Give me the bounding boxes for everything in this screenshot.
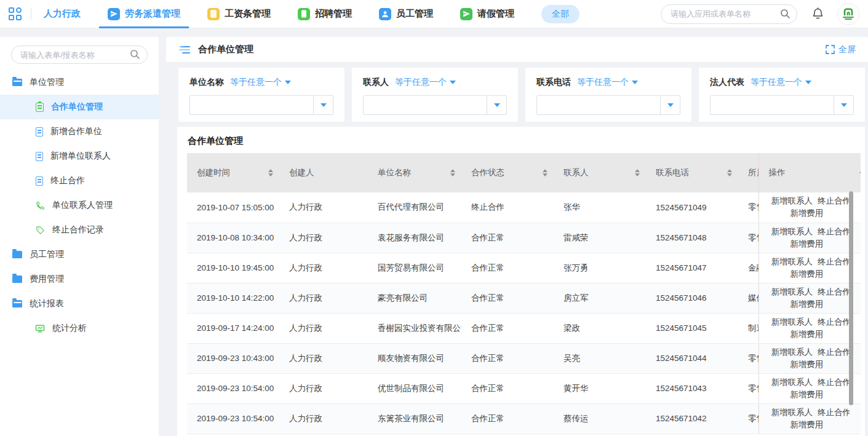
action-terminate-cooperation-link[interactable]: 终止合作 xyxy=(818,378,850,387)
sidebar-item-6[interactable]: 终止合作记录 xyxy=(0,218,159,242)
cell-company-name: 豪亮有限公司 xyxy=(368,283,461,313)
sidebar-item-10[interactable]: 统计分析 xyxy=(0,316,159,341)
cell-created-at: 2019-09-23 10:54:00 xyxy=(187,403,279,434)
cell-created-at: 2019-09-17 14:24:00 xyxy=(187,313,279,343)
select-caret[interactable] xyxy=(487,96,506,114)
action-add-fee-link[interactable]: 新增费用 xyxy=(790,330,823,339)
filter-label: 联系电话 xyxy=(536,77,571,88)
topnav-item-5[interactable]: 请假管理 xyxy=(460,0,514,28)
cell-phone: 15245671046 xyxy=(646,283,738,313)
user-avatar-logo[interactable] xyxy=(837,3,859,25)
action-add-contact-link[interactable]: 新增联系人 xyxy=(771,408,813,417)
sidebar-folder-8[interactable]: 费用管理 xyxy=(0,267,159,291)
filter-operator-text: 等于任意一个 xyxy=(577,77,629,88)
topnav-item-0[interactable]: 人力行政 xyxy=(44,0,81,28)
logo-n-glyph xyxy=(843,8,853,15)
action-add-contact-link[interactable]: 新增联系人 xyxy=(771,196,813,205)
search-icon[interactable] xyxy=(130,49,140,62)
topbar-search-input[interactable] xyxy=(661,4,797,24)
sidebar-item-1[interactable]: 合作单位管理 xyxy=(0,95,159,119)
cell-industry: 制造 xyxy=(738,313,759,343)
vertical-scrollbar[interactable] xyxy=(849,191,853,405)
filter-operator-dropdown[interactable]: 等于任意一个 xyxy=(230,77,291,88)
sidebar-folder-9[interactable]: 统计报表 xyxy=(0,291,159,316)
select-caret[interactable] xyxy=(660,96,680,114)
action-add-contact-link[interactable]: 新增联系人 xyxy=(771,347,813,357)
sidebar-item-5[interactable]: 单位联系人管理 xyxy=(0,193,159,218)
topnav: 人力行政劳务派遣管理工资条管理招聘管理员工管理请假管理 xyxy=(44,0,541,28)
sidebar-search-input[interactable] xyxy=(11,46,148,64)
column-header-5[interactable]: 联系电话 xyxy=(646,153,738,192)
action-terminate-cooperation-link[interactable]: 终止合作 xyxy=(818,287,850,296)
cell-industry: 零售 xyxy=(738,373,759,403)
sidebar-item-4[interactable]: 终止合作 xyxy=(0,168,159,193)
filter-value-select[interactable] xyxy=(710,95,854,115)
filter-value-select[interactable] xyxy=(363,95,507,115)
topnav-item-2[interactable]: 工资条管理 xyxy=(207,0,271,28)
cell-contact: 房立军 xyxy=(554,283,646,313)
sort-icon[interactable] xyxy=(450,169,455,176)
column-header-3[interactable]: 合作状态 xyxy=(461,153,554,192)
action-line-2: 新增费用 xyxy=(769,389,845,401)
filter-card-0: 单位名称等于任意一个 xyxy=(178,68,344,122)
column-header-6: 所属行业 xyxy=(738,153,759,192)
action-terminate-cooperation-link[interactable]: 终止合作 xyxy=(818,227,850,236)
action-terminate-cooperation-link[interactable]: 终止合作 xyxy=(818,347,850,357)
search-icon[interactable] xyxy=(780,9,790,22)
sidebar-item-label: 终止合作记录 xyxy=(52,224,104,236)
action-add-fee-link[interactable]: 新增费用 xyxy=(790,420,823,429)
action-add-contact-link[interactable]: 新增联系人 xyxy=(771,257,813,266)
sidebar-item-label: 统计分析 xyxy=(52,323,87,334)
collapse-sidebar-icon[interactable] xyxy=(178,45,191,55)
sidebar-item-2[interactable]: 新增合作单位 xyxy=(0,119,159,144)
sort-icon[interactable] xyxy=(727,169,732,176)
topnav-item-4[interactable]: 员工管理 xyxy=(379,0,433,28)
filter-value-select[interactable] xyxy=(189,95,333,115)
sidebar-folder-7[interactable]: 员工管理 xyxy=(0,242,159,267)
sort-icon[interactable] xyxy=(268,169,273,176)
table-row-4: 2019-09-17 14:24:00人力行政香榭园实业投资有限公司合作正常梁政… xyxy=(187,313,861,343)
filter-operator-dropdown[interactable]: 等于任意一个 xyxy=(751,77,811,88)
action-add-fee-link[interactable]: 新增费用 xyxy=(790,269,823,279)
sort-icon[interactable] xyxy=(543,169,547,176)
cell-industry: 零售 xyxy=(738,403,759,434)
sidebar-folder-0[interactable]: 单位管理 xyxy=(0,70,159,95)
sort-icon[interactable] xyxy=(635,169,640,176)
action-add-fee-link[interactable]: 新增费用 xyxy=(790,360,823,369)
action-terminate-cooperation-link[interactable]: 终止合作 xyxy=(818,408,850,417)
column-header-4[interactable]: 联系人 xyxy=(554,153,646,192)
filter-operator-dropdown[interactable]: 等于任意一个 xyxy=(577,77,638,88)
action-terminate-cooperation-link[interactable]: 终止合作 xyxy=(818,257,850,266)
cell-creator: 人力行政 xyxy=(279,283,368,313)
column-header-inner: 创建时间 xyxy=(197,167,273,178)
column-header-2[interactable]: 单位名称 xyxy=(368,153,461,192)
filter-operator-dropdown[interactable]: 等于任意一个 xyxy=(395,77,456,88)
action-add-contact-link[interactable]: 新增联系人 xyxy=(771,227,813,236)
action-terminate-cooperation-link[interactable]: 终止合作 xyxy=(818,317,850,327)
sidebar-item-3[interactable]: 新增单位联系人 xyxy=(0,144,159,168)
sort-up-arrow xyxy=(543,169,547,172)
action-add-contact-link[interactable]: 新增联系人 xyxy=(771,378,813,387)
action-terminate-cooperation-link[interactable]: 终止合作 xyxy=(818,196,850,205)
cell-status: 合作正常 xyxy=(461,253,554,283)
select-caret[interactable] xyxy=(834,96,853,114)
cell-actions: 新增联系人终止合作新增费用 xyxy=(759,283,850,313)
action-add-contact-link[interactable]: 新增联系人 xyxy=(771,317,813,327)
apps-grid-icon[interactable] xyxy=(9,7,22,21)
action-add-contact-link[interactable]: 新增联系人 xyxy=(771,287,813,296)
column-header-0[interactable]: 创建时间 xyxy=(187,153,279,192)
action-add-fee-link[interactable]: 新增费用 xyxy=(790,239,823,248)
recruit-app-icon xyxy=(298,8,310,20)
topnav-item-3[interactable]: 招聘管理 xyxy=(298,0,352,28)
fullscreen-button[interactable]: 全屏 xyxy=(826,44,856,55)
cell-actions: 新增联系人终止合作新增费用 xyxy=(759,192,850,223)
all-apps-pill[interactable]: 全部 xyxy=(541,5,579,23)
topnav-item-1[interactable]: 劳务派遣管理 xyxy=(108,0,180,28)
action-add-fee-link[interactable]: 新增费用 xyxy=(790,299,823,309)
filter-value-select[interactable] xyxy=(536,95,680,115)
action-add-fee-link[interactable]: 新增费用 xyxy=(790,208,823,218)
action-add-fee-link[interactable]: 新增费用 xyxy=(790,390,823,399)
column-header-inner: 单位名称 xyxy=(378,167,455,178)
select-caret[interactable] xyxy=(313,96,333,114)
notification-bell-icon[interactable] xyxy=(812,7,824,20)
